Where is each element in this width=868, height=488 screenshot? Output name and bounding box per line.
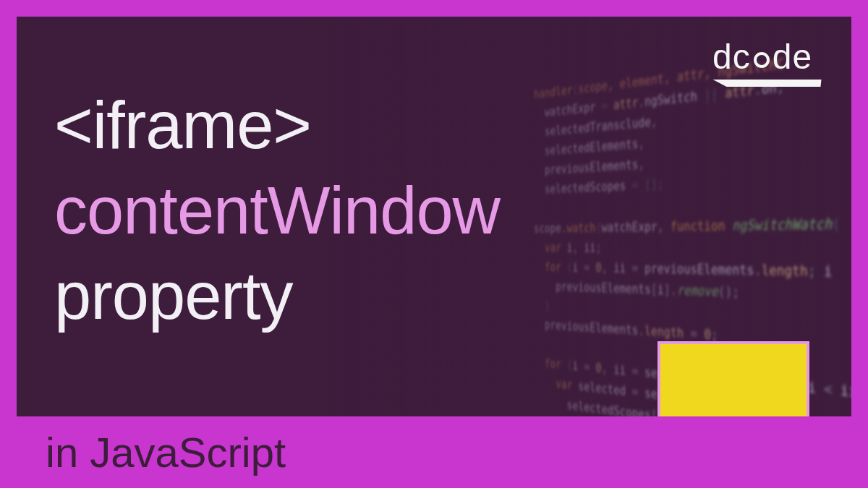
main-panel: handler(scope, element, attr, ngSwitchC …	[17, 17, 851, 416]
js-badge-label: JS	[703, 400, 796, 416]
brand-logo: dc de	[712, 37, 821, 87]
logo-prefix: dc	[712, 37, 751, 77]
logo-underline-icon	[712, 80, 821, 87]
brand-logo-text: dc de	[712, 37, 821, 77]
title-line-1: <iframe>	[54, 83, 500, 168]
title-block: <iframe> contentWindow property	[54, 83, 500, 338]
footer-bar: in JavaScript	[17, 416, 851, 488]
title-line-3: property	[54, 254, 500, 339]
footer-text: in JavaScript	[46, 428, 286, 476]
logo-suffix: de	[773, 37, 812, 77]
logo-o-icon	[754, 52, 770, 68]
js-badge: JS	[658, 341, 809, 416]
title-line-2: contentWindow	[54, 168, 500, 254]
